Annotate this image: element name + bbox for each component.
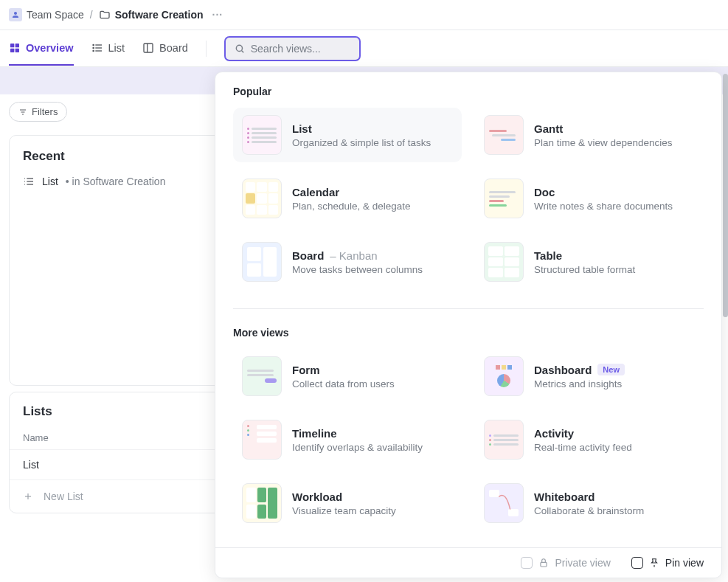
breadcrumb-space-label: Team Space — [27, 9, 84, 21]
dropdown-divider — [233, 308, 704, 309]
svg-point-9 — [93, 50, 94, 51]
dropdown-footer: Private view Pin view — [215, 547, 721, 578]
svg-point-7 — [93, 44, 94, 45]
team-space-icon — [9, 8, 22, 21]
scrollbar-track[interactable] — [723, 74, 728, 546]
dropdown-section-popular: Popular — [233, 86, 704, 97]
view-option-dashboard[interactable]: Dashboard New Metrics and insights — [475, 349, 704, 403]
view-option-gantt[interactable]: Gantt Plan time & view dependencies — [475, 108, 704, 162]
views-dropdown: Popular List Organized & simple list of … — [215, 72, 722, 578]
recent-item-name: List — [42, 176, 58, 187]
board-icon — [142, 42, 154, 54]
view-option-table[interactable]: Table Structured table format — [475, 235, 704, 289]
tab-list-label: List — [108, 42, 125, 54]
board-thumb-icon — [242, 242, 282, 282]
pin-view-checkbox[interactable] — [631, 557, 643, 569]
list-thumb-icon — [242, 115, 282, 155]
whiteboard-thumb-icon — [484, 483, 524, 523]
breadcrumb-space[interactable]: Team Space — [9, 8, 84, 21]
form-thumb-icon — [242, 356, 282, 396]
breadcrumb-separator: / — [90, 9, 93, 21]
more-menu-icon[interactable]: ··· — [209, 7, 226, 22]
scrollbar-thumb[interactable] — [723, 74, 728, 317]
new-list-label: New List — [44, 491, 83, 502]
plus-icon — [23, 491, 33, 502]
calendar-thumb-icon — [242, 179, 282, 218]
activity-thumb-icon — [484, 420, 524, 460]
search-views-input-container[interactable] — [224, 36, 361, 61]
view-option-list[interactable]: List Organized & simple list of tasks — [233, 108, 462, 162]
dashboard-thumb-icon — [484, 356, 524, 396]
filters-label: Filters — [32, 106, 58, 117]
filters-button[interactable]: Filters — [9, 102, 67, 122]
list-view-icon — [23, 176, 35, 187]
view-tabs: Overview List Board — [0, 30, 728, 67]
tab-board[interactable]: Board — [142, 32, 188, 66]
tab-overview-label: Overview — [26, 42, 74, 54]
lock-icon — [538, 558, 549, 568]
private-view-checkbox[interactable] — [521, 557, 533, 569]
svg-rect-1 — [15, 44, 19, 47]
pin-view-toggle[interactable]: Pin view — [631, 557, 704, 569]
svg-rect-2 — [10, 48, 14, 52]
view-option-activity[interactable]: Activity Real-time activity feed — [475, 412, 704, 467]
view-option-timeline[interactable]: Timeline Identify overlaps & availabilit… — [233, 412, 462, 467]
svg-rect-10 — [144, 44, 153, 52]
breadcrumb: Team Space / Software Creation ··· — [0, 0, 728, 30]
breadcrumb-folder[interactable]: Software Creation — [99, 9, 204, 21]
pin-view-label: Pin view — [665, 557, 704, 569]
view-option-board[interactable]: Board – Kanban Move tasks between column… — [233, 235, 462, 289]
search-views-input[interactable] — [251, 43, 350, 55]
dropdown-section-more: More views — [233, 327, 704, 339]
folder-icon — [99, 9, 111, 21]
svg-point-8 — [93, 47, 94, 48]
svg-point-12 — [236, 45, 242, 51]
new-badge: New — [597, 364, 625, 375]
view-option-doc[interactable]: Doc Write notes & share documents — [475, 171, 704, 226]
svg-rect-0 — [10, 44, 14, 47]
view-option-workload[interactable]: Workload Visualize team capacity — [233, 476, 462, 530]
list-icon — [91, 42, 103, 54]
private-view-label: Private view — [555, 557, 610, 569]
tab-overview[interactable]: Overview — [9, 32, 74, 66]
pin-icon — [649, 558, 659, 568]
doc-thumb-icon — [484, 179, 524, 218]
svg-line-13 — [241, 50, 243, 52]
breadcrumb-folder-label: Software Creation — [115, 9, 204, 21]
private-view-toggle[interactable]: Private view — [521, 557, 610, 569]
svg-rect-25 — [541, 562, 547, 567]
view-option-form[interactable]: Form Collect data from users — [233, 349, 462, 403]
tab-list[interactable]: List — [91, 32, 125, 66]
view-option-calendar[interactable]: Calendar Plan, schedule, & delegate — [233, 171, 462, 226]
search-icon — [235, 44, 245, 54]
timeline-thumb-icon — [242, 420, 282, 460]
workload-thumb-icon — [242, 483, 282, 523]
table-thumb-icon — [484, 242, 524, 282]
overview-icon — [9, 42, 21, 54]
view-option-whiteboard[interactable]: Whiteboard Collaborate & brainstorm — [475, 476, 704, 530]
recent-item-location: • in Software Creation — [66, 176, 166, 187]
filter-icon — [18, 108, 27, 117]
svg-rect-3 — [15, 48, 19, 52]
tab-board-label: Board — [159, 42, 188, 54]
gantt-thumb-icon — [484, 115, 524, 155]
